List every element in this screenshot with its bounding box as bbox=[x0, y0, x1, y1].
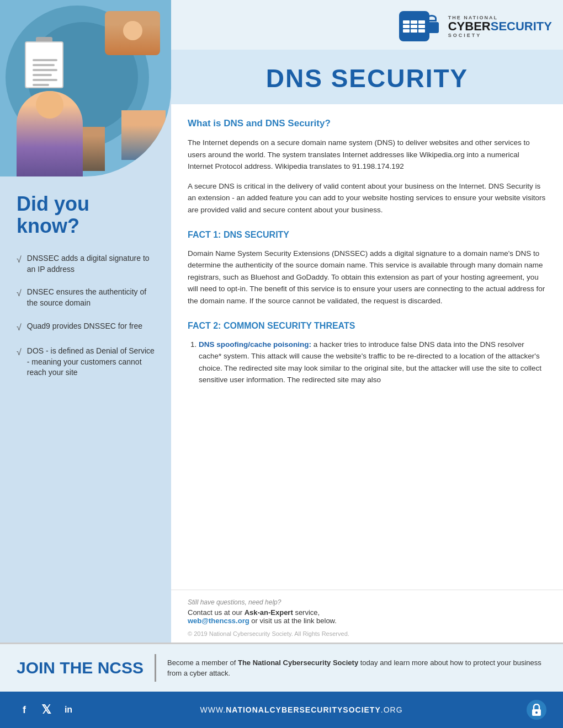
logo-cell bbox=[403, 29, 410, 33]
person-1 bbox=[105, 11, 160, 55]
footer-bar: f 𝕏 in WWW.NATIONALCYBERSECURITYSOCIETY.… bbox=[0, 692, 563, 728]
contact-prefix: Contact us at our bbox=[188, 608, 245, 617]
logo-cell bbox=[411, 20, 417, 24]
footer-info: Still have questions, need help? Contact… bbox=[171, 590, 563, 643]
logo-cell bbox=[418, 29, 425, 33]
logo-lock bbox=[425, 19, 439, 33]
content-area: Did you know? √ DNSSEC adds a digital si… bbox=[0, 0, 563, 643]
logo-grid bbox=[403, 20, 425, 33]
contact-line: Contact us at our Ask-an-Expert service,… bbox=[188, 608, 546, 625]
logo-area: THE NATIONAL CYBERSECURITY SOCIETY bbox=[399, 11, 552, 41]
list-item: √ DNSSEC adds a digital signature to an … bbox=[17, 253, 157, 275]
header-bar: THE NATIONAL CYBERSECURITY SOCIETY bbox=[171, 0, 563, 50]
left-sidebar: Did you know? √ DNSSEC adds a digital si… bbox=[0, 0, 171, 643]
dns-para-2: A secure DNS is critical in the delivery… bbox=[188, 180, 546, 216]
join-description: Become a member of The National Cybersec… bbox=[167, 657, 546, 679]
check-icon-1: √ bbox=[17, 254, 22, 266]
title-section: DNS SECURITY bbox=[171, 50, 563, 104]
logo-cell bbox=[403, 20, 410, 24]
logo-cyber-label: CYBER bbox=[448, 20, 491, 33]
did-you-know-title: Did you know? bbox=[17, 193, 157, 237]
website-end: .ORG bbox=[381, 705, 403, 714]
what-is-dns-title: What is DNS and DNS Security? bbox=[188, 118, 546, 129]
fact1-body: Domain Name System Security Extensions (… bbox=[188, 248, 546, 307]
check-icon-4: √ bbox=[17, 346, 22, 358]
fact-text-2: DNSEC ensures the authenticity of the so… bbox=[27, 287, 157, 308]
check-icon-3: √ bbox=[17, 322, 22, 334]
join-banner: JOIN THE NCSS Become a member of The Nat… bbox=[0, 643, 563, 692]
logo-cell bbox=[411, 25, 417, 28]
article-content: What is DNS and DNS Security? The Intern… bbox=[171, 104, 563, 590]
social-icons: f 𝕏 in bbox=[17, 702, 76, 718]
hero-image bbox=[0, 0, 171, 176]
join-text: JOIN THE NCSS bbox=[17, 659, 144, 677]
logo-cell bbox=[403, 25, 410, 28]
contact-suffix: service, bbox=[293, 608, 320, 617]
threat-label-1: DNS spoofing/cache poisoning: bbox=[199, 340, 311, 349]
join-divider bbox=[155, 654, 156, 682]
email-link[interactable]: web@thencss.org bbox=[188, 617, 249, 625]
logo-name-row: CYBERSECURITY bbox=[448, 20, 552, 33]
logo-security-label: SECURITY bbox=[491, 20, 552, 33]
logo-cell bbox=[411, 29, 417, 33]
logo-cell bbox=[418, 25, 425, 28]
fact1-heading: FACT 1: DNS SECURITY bbox=[188, 230, 546, 240]
lock-icon bbox=[527, 700, 546, 720]
fact-text-1: DNSSEC adds a digital signature to an IP… bbox=[27, 253, 157, 275]
main-person bbox=[17, 83, 83, 176]
logo-cell bbox=[418, 20, 425, 24]
list-item: √ DOS - is defined as Denial of Service … bbox=[17, 346, 157, 378]
join-desc-bold: The National Cybersecurity Society bbox=[238, 659, 358, 667]
list-item: √ DNSEC ensures the authenticity of the … bbox=[17, 287, 157, 308]
person-2 bbox=[121, 110, 166, 160]
clipboard-icon bbox=[22, 33, 66, 88]
facebook-icon[interactable]: f bbox=[17, 702, 32, 718]
list-item: √ Quad9 provides DNSSEC for free bbox=[17, 321, 157, 334]
main-title: DNS SECURITY bbox=[188, 63, 546, 93]
twitter-icon[interactable]: 𝕏 bbox=[39, 702, 54, 718]
fact-text-4: DOS - is defined as Denial of Service - … bbox=[27, 346, 157, 378]
linkedin-icon[interactable]: in bbox=[61, 702, 76, 718]
ask-an-expert: Ask-an-Expert bbox=[245, 608, 293, 617]
fact2-heading: FACT 2: COMMON SECURITY THREATS bbox=[188, 321, 546, 331]
join-desc-part1: Become a member of bbox=[167, 659, 238, 667]
still-have-text: Still have questions, need help? bbox=[188, 598, 546, 606]
website-www: WWW. bbox=[200, 705, 226, 714]
website-name: NATIONALCYBERSECURITYSOCIETY bbox=[226, 705, 381, 714]
copyright: © 2019 National Cybersecurity Society. A… bbox=[188, 630, 546, 637]
fact-text-3: Quad9 provides DNSSEC for free bbox=[27, 321, 142, 332]
svg-point-1 bbox=[535, 711, 538, 714]
dns-para-1: The Internet depends on a secure domain … bbox=[188, 137, 546, 173]
check-icon-2: √ bbox=[17, 287, 22, 299]
fact-list: √ DNSSEC adds a digital signature to an … bbox=[17, 253, 157, 378]
website-url: WWW.NATIONALCYBERSECURITYSOCIETY.ORG bbox=[200, 705, 402, 714]
threat-item-1: DNS spoofing/cache poisoning: a hacker t… bbox=[199, 339, 546, 386]
logo-text: THE NATIONAL CYBERSECURITY SOCIETY bbox=[448, 15, 552, 38]
page-wrapper: Did you know? √ DNSSEC adds a digital si… bbox=[0, 0, 563, 728]
threats-list: DNS spoofing/cache poisoning: a hacker t… bbox=[188, 339, 546, 386]
logo-society-label: SOCIETY bbox=[448, 33, 552, 38]
right-content: THE NATIONAL CYBERSECURITY SOCIETY DNS S… bbox=[171, 0, 563, 643]
clipboard-body bbox=[25, 41, 63, 88]
visit-text: or visit us at the link below. bbox=[249, 617, 337, 625]
did-you-know-section: Did you know? √ DNSSEC adds a digital si… bbox=[0, 176, 171, 402]
